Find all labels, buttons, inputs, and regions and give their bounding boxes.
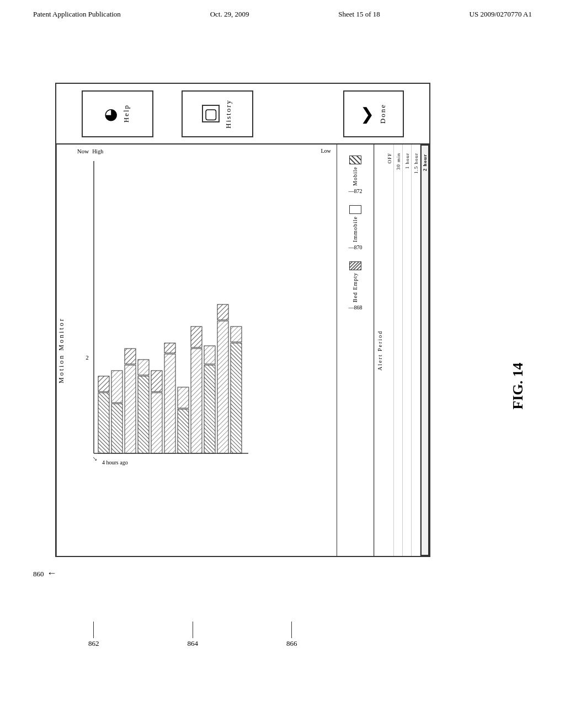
fig-label: FIG. 14 xyxy=(510,362,526,409)
svg-rect-23 xyxy=(191,326,202,347)
svg-rect-18 xyxy=(164,354,175,453)
bed-empty-ref: —868 xyxy=(348,304,362,311)
alert-col-off[interactable]: OFF xyxy=(385,144,394,556)
motion-monitor-label: Motion Monitor xyxy=(56,144,66,556)
svg-rect-26 xyxy=(217,321,228,453)
header-date: Oct. 29, 2009 xyxy=(210,10,249,19)
svg-text:4 hours ago: 4 hours ago xyxy=(102,459,128,465)
svg-rect-19 xyxy=(164,343,175,353)
svg-rect-22 xyxy=(191,349,202,453)
alert-col-30min[interactable]: 30 min xyxy=(394,144,403,556)
help-label: Help xyxy=(122,104,131,122)
legend-bed-empty: Bed Empty —868 xyxy=(342,261,369,311)
alert-col-2hour[interactable]: 2 hour xyxy=(420,144,429,556)
figure-area: 860 ← FIG. 14 ◕ Help ▢ History ❯ Don xyxy=(33,77,532,695)
svg-text:↓: ↓ xyxy=(90,454,99,463)
bed-empty-label: Bed Empty xyxy=(352,272,358,302)
svg-rect-27 xyxy=(217,304,228,320)
svg-rect-28 xyxy=(231,343,242,453)
legend-mobile: Mobile —872 xyxy=(342,156,369,194)
svg-rect-24 xyxy=(204,365,215,453)
svg-rect-13 xyxy=(125,349,136,364)
immobile-swatch xyxy=(349,205,361,214)
header-patent: US 2009/0270770 A1 xyxy=(470,10,532,19)
content-area: Motion Monitor Now High Low xyxy=(56,144,429,556)
bottom-refs: 862 864 866 xyxy=(88,622,297,648)
mobile-swatch xyxy=(349,156,361,164)
ref-864: 864 xyxy=(188,639,199,648)
ref-862: 862 xyxy=(88,639,99,648)
mobile-label: Mobile xyxy=(352,167,358,186)
immobile-ref: —870 xyxy=(348,244,362,250)
chart-svg: 2 4 hours ago ↓ xyxy=(72,156,337,475)
svg-rect-16 xyxy=(151,393,162,453)
help-icon: ◕ xyxy=(104,105,118,123)
history-label: History xyxy=(224,99,233,129)
now-label: Now xyxy=(77,148,89,154)
toolbar: ◕ Help ▢ History ❯ Done xyxy=(56,84,429,144)
svg-rect-11 xyxy=(111,371,122,403)
y-axis-labels: Now High Low xyxy=(66,144,337,156)
svg-rect-14 xyxy=(138,376,149,453)
svg-text:2: 2 xyxy=(86,354,89,361)
alert-period-section: Alert Period OFF 30 min 1 hour xyxy=(374,144,429,556)
chart-main: Now High Low 2 4 hours ago ↓ xyxy=(66,144,337,556)
ref-864-group: 864 xyxy=(188,622,199,648)
header-sheet: Sheet 15 of 18 xyxy=(338,10,380,19)
alert-col-1hour[interactable]: 1 hour xyxy=(403,144,412,556)
alert-columns: OFF 30 min 1 hour 1.5 hour xyxy=(385,144,429,556)
svg-rect-9 xyxy=(98,376,109,392)
svg-rect-15 xyxy=(138,360,149,375)
alert-period-label: Alert Period xyxy=(374,144,385,556)
history-icon: ▢ xyxy=(202,105,220,122)
high-label: High xyxy=(92,148,103,154)
svg-rect-21 xyxy=(178,387,189,408)
svg-rect-20 xyxy=(178,409,189,453)
bed-empty-swatch xyxy=(349,261,361,270)
ref-860: 860 ← xyxy=(33,568,57,579)
svg-rect-8 xyxy=(98,393,109,453)
device-frame: ◕ Help ▢ History ❯ Done Motion Monitor xyxy=(55,83,430,557)
mobile-ref: —872 xyxy=(348,188,362,194)
svg-rect-10 xyxy=(111,404,122,453)
low-label: Low xyxy=(321,148,331,154)
ref-866: 866 xyxy=(286,639,297,648)
legend-immobile: Immobile —870 xyxy=(342,205,369,250)
done-icon: ❯ xyxy=(360,104,374,124)
ref-866-group: 866 xyxy=(286,622,297,648)
legend-section: Mobile —872 Immobile —870 Bed Empty —868 xyxy=(337,144,374,556)
svg-rect-25 xyxy=(204,346,215,364)
ref-862-group: 862 xyxy=(88,622,99,648)
history-button[interactable]: ▢ History xyxy=(182,90,253,137)
help-button[interactable]: ◕ Help xyxy=(82,90,153,137)
done-label: Done xyxy=(379,104,387,124)
done-button[interactable]: ❯ Done xyxy=(343,90,404,137)
page-header: Patent Application Publication Oct. 29, … xyxy=(0,0,565,19)
alert-col-1-5hour[interactable]: 1.5 hour xyxy=(412,144,420,556)
svg-rect-12 xyxy=(125,365,136,453)
svg-rect-17 xyxy=(151,371,162,392)
immobile-label: Immobile xyxy=(352,216,358,242)
svg-rect-29 xyxy=(231,326,242,342)
header-left: Patent Application Publication xyxy=(33,10,121,19)
